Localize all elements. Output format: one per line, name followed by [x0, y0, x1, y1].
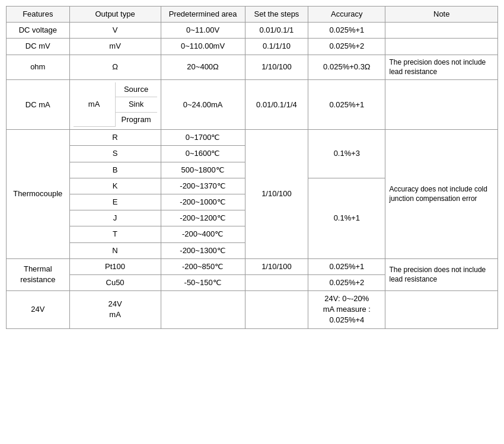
steps-ohm: 1/10/100: [245, 55, 308, 80]
feature-dc-voltage: DC voltage: [7, 23, 70, 39]
accuracy-dc-voltage: 0.025%+1: [308, 23, 385, 39]
tr-type-cu50: Cu50: [69, 274, 161, 290]
output-dc-voltage: V: [69, 23, 161, 39]
header-features: Features: [7, 7, 70, 23]
tc-accuracy-group1: 0.1%+3: [308, 130, 385, 178]
tc-type-s: S: [69, 146, 161, 162]
tr-type-pt100: Pt100: [69, 258, 161, 274]
feature-24v: 24V: [7, 291, 70, 329]
table-row-tc-r: Thermocouple R 0~1700℃ 1/10/100 0.1%+3 A…: [7, 130, 498, 146]
tr-accuracy-pt100: 0.025%+1: [308, 258, 385, 274]
feature-thermal: Thermal resistance: [7, 258, 70, 290]
dcma-subtype-source: Source: [115, 82, 157, 97]
header-output: Output type: [69, 7, 161, 23]
dcma-subtype-sink: Sink: [115, 97, 157, 112]
tc-area-k: -200~1370℃: [161, 178, 245, 194]
tc-type-b: B: [69, 162, 161, 178]
dcma-subtypes-table: mASource Sink Program: [74, 82, 157, 127]
dcma-subtype-program: Program: [115, 112, 157, 127]
area-dc-mv: 0~110.00mV: [161, 39, 245, 55]
tc-note: Accuracy does not include cold junction …: [385, 130, 498, 259]
output-dc-mv: mV: [69, 39, 161, 55]
table-row-tr-pt100: Thermal resistance Pt100 -200~850℃ 1/10/…: [7, 258, 498, 274]
header-area: Predetermined area: [161, 7, 245, 23]
output-dcma: mASource Sink Program: [69, 80, 161, 130]
note-dc-mv: [385, 39, 498, 55]
accuracy-ohm: 0.025%+0.3Ω: [308, 55, 385, 80]
table-row-dcma: DC mA mASource Sink Program 0~24.00mA 0.…: [7, 80, 498, 130]
tc-type-t: T: [69, 226, 161, 242]
tc-area-t: -200~400℃: [161, 226, 245, 242]
tc-area-e: -200~1000℃: [161, 194, 245, 210]
steps-24v: [245, 291, 308, 329]
dcma-output-main: mA: [74, 82, 115, 127]
output-ohm: Ω: [69, 55, 161, 80]
note-ohm: The precision does not include lead resi…: [385, 55, 498, 80]
steps-dc-voltage: 0.01/0.1/1: [245, 23, 308, 39]
steps-dc-mv: 0.1/1/10: [245, 39, 308, 55]
tr-area-pt100: -200~850℃: [161, 258, 245, 274]
tc-accuracy-group2: 0.1%+1: [308, 178, 385, 258]
tc-area-n: -200~1300℃: [161, 242, 245, 258]
table-row: ohm Ω 20~400Ω 1/10/100 0.025%+0.3Ω The p…: [7, 55, 498, 80]
feature-ohm: ohm: [7, 55, 70, 80]
tc-type-r: R: [69, 130, 161, 146]
accuracy-dc-mv: 0.025%+2: [308, 39, 385, 55]
feature-dcma: DC mA: [7, 80, 70, 130]
tc-area-s: 0~1600℃: [161, 146, 245, 162]
area-24v: [161, 291, 245, 329]
tc-type-n: N: [69, 242, 161, 258]
area-dc-voltage: 0~11.00V: [161, 23, 245, 39]
tr-area-cu50: -50~150℃: [161, 274, 245, 290]
output-24v: 24V mA: [69, 291, 161, 329]
tc-area-j: -200~1200℃: [161, 210, 245, 226]
note-dc-voltage: [385, 23, 498, 39]
note-24v: [385, 291, 498, 329]
feature-dc-mv: DC mV: [7, 39, 70, 55]
accuracy-dcma: 0.025%+1: [308, 80, 385, 130]
table-row: DC mV mV 0~110.00mV 0.1/1/10 0.025%+2: [7, 39, 498, 55]
tr-steps-pt100: 1/10/100: [245, 258, 308, 274]
area-dcma: 0~24.00mA: [161, 80, 245, 130]
accuracy-24v: 24V: 0~-20% mA measure : 0.025%+4: [308, 291, 385, 329]
feature-thermocouple: Thermocouple: [7, 130, 70, 259]
table-row: DC voltage V 0~11.00V 0.01/0.1/1 0.025%+…: [7, 23, 498, 39]
table-row-24v: 24V 24V mA 24V: 0~-20% mA measure : 0.02…: [7, 291, 498, 329]
tc-type-j: J: [69, 210, 161, 226]
header-steps: Set the steps: [245, 7, 308, 23]
tc-area-r: 0~1700℃: [161, 130, 245, 146]
tc-type-k: K: [69, 178, 161, 194]
area-ohm: 20~400Ω: [161, 55, 245, 80]
steps-dcma: 0.01/0.1/1/4: [245, 80, 308, 130]
main-table: Features Output type Predetermined area …: [6, 6, 498, 329]
header-note: Note: [385, 7, 498, 23]
tc-area-b: 500~1800℃: [161, 162, 245, 178]
tr-note: The precision does not include lead resi…: [385, 258, 498, 290]
tc-type-e: E: [69, 194, 161, 210]
tr-steps-cu50: [245, 274, 308, 290]
tc-steps: 1/10/100: [245, 130, 308, 259]
tr-accuracy-cu50: 0.025%+2: [308, 274, 385, 290]
note-dcma: [385, 80, 498, 130]
header-accuracy: Accuracy: [308, 7, 385, 23]
